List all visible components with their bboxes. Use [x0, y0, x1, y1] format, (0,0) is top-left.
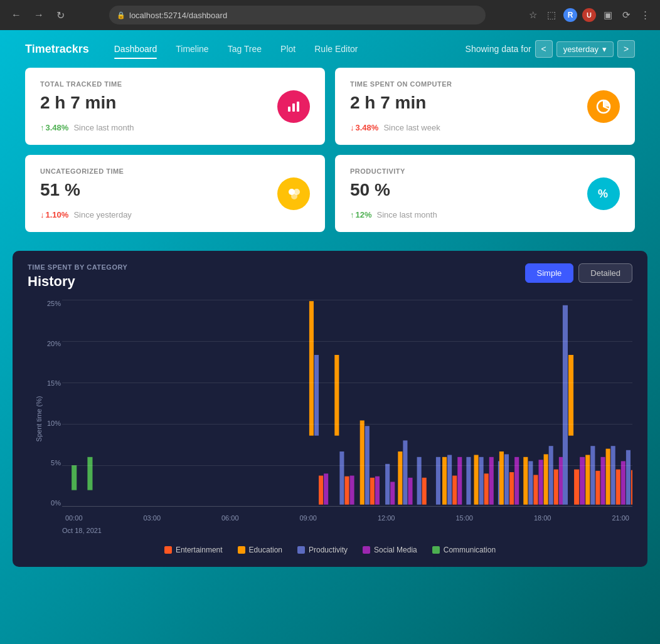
browser-chrome: ← → ↻ 🔒 localhost:52714/dashboard ☆ ⬚ R … — [0, 0, 660, 30]
screenshot-button[interactable]: ▣ — [601, 8, 615, 22]
svg-rect-31 — [436, 457, 440, 505]
card-total-tracked-value: 2 h 7 min — [40, 93, 310, 113]
gridline-0 — [62, 506, 632, 507]
trend-label: Since last month — [73, 123, 134, 132]
svg-rect-33 — [447, 455, 452, 505]
more-button[interactable]: ⋮ — [638, 8, 652, 22]
svg-rect-34 — [452, 476, 457, 505]
legend-entertainment: Entertainment — [164, 546, 223, 554]
arrow-up-2: ↑ — [350, 210, 354, 219]
y-label-10: 10% — [47, 420, 61, 427]
svg-rect-51 — [549, 446, 553, 505]
date-prev-button[interactable]: < — [535, 40, 553, 58]
legend-entertainment-label: Entertainment — [176, 546, 223, 554]
profile-icon[interactable]: R — [563, 8, 577, 22]
trend-up-icon: ↑ 3.48% — [40, 123, 68, 132]
svg-rect-15 — [324, 473, 328, 505]
back-button[interactable]: ← — [8, 7, 25, 23]
nav-timeline[interactable]: Timeline — [176, 41, 208, 56]
x-label-03: 03:00 — [143, 514, 161, 522]
nav-dashboard[interactable]: Dashboard — [114, 41, 157, 56]
svg-rect-59 — [590, 446, 595, 505]
svg-rect-0 — [288, 107, 290, 112]
simple-view-button[interactable]: Simple — [525, 263, 574, 283]
extensions-button[interactable]: ⬚ — [545, 8, 558, 22]
trend-value: 3.48% — [46, 123, 69, 132]
card-productivity-label: PRODUCTIVITY — [350, 167, 620, 175]
svg-rect-18 — [344, 477, 349, 505]
arrow-down: ↓ — [350, 123, 354, 132]
svg-rect-28 — [408, 478, 412, 505]
productivity-icon: % — [587, 177, 620, 210]
svg-text:%: % — [598, 187, 608, 200]
date-dropdown[interactable]: yesterday ▾ — [556, 41, 614, 57]
svg-rect-58 — [585, 455, 590, 505]
nav-tag-tree[interactable]: Tag Tree — [228, 41, 262, 56]
x-label-06: 06:00 — [221, 514, 239, 522]
legend-productivity-dot — [297, 546, 305, 554]
extensions2-button[interactable]: ⟳ — [620, 8, 633, 22]
time-computer-icon — [587, 90, 620, 123]
svg-rect-49 — [539, 460, 543, 505]
total-tracked-icon — [277, 90, 310, 123]
legend-education: Education — [238, 546, 282, 554]
card-productivity: PRODUCTIVITY 50 % ↑ 12% Since last month… — [335, 155, 635, 232]
svg-rect-54 — [563, 305, 568, 505]
svg-rect-60 — [595, 471, 600, 505]
x-label-21: 21:00 — [612, 514, 629, 522]
x-label-00: 00:00 — [65, 514, 83, 522]
legend-education-dot — [238, 546, 245, 554]
star-button[interactable]: ☆ — [526, 8, 540, 22]
svg-rect-30 — [422, 478, 427, 505]
forward-button[interactable]: → — [30, 7, 48, 23]
trend-value-2: 3.48% — [356, 123, 379, 132]
trend-value-3: 1.10% — [46, 210, 69, 219]
svg-rect-36 — [466, 457, 471, 505]
address-bar[interactable]: 🔒 localhost:52714/dashboard — [109, 6, 486, 24]
legend-social-label: Social Media — [374, 546, 417, 554]
date-next-button[interactable]: > — [617, 40, 635, 58]
chart-header: TIME SPENT BY CATEGORY History Simple De… — [28, 263, 632, 290]
nav-rule-editor[interactable]: Rule Editor — [314, 41, 358, 56]
chart-title-area: TIME SPENT BY CATEGORY History — [28, 263, 127, 290]
svg-rect-46 — [523, 457, 528, 505]
svg-rect-61 — [601, 457, 605, 505]
svg-rect-52 — [554, 470, 558, 505]
svg-rect-57 — [580, 457, 585, 505]
y-label-15: 15% — [47, 379, 61, 387]
card-productivity-footer: ↑ 12% Since last month — [350, 210, 620, 219]
svg-rect-67 — [631, 470, 632, 505]
svg-rect-17 — [339, 451, 344, 505]
reload-button[interactable]: ↻ — [53, 7, 68, 24]
svg-rect-37 — [474, 455, 479, 505]
gridline-5 — [62, 465, 632, 466]
ublock-icon[interactable]: U — [582, 8, 596, 22]
chart-plot-area — [62, 300, 632, 507]
svg-rect-10 — [72, 465, 77, 490]
x-label-15: 15:00 — [455, 514, 473, 522]
svg-rect-1 — [292, 103, 295, 112]
svg-rect-39 — [484, 473, 489, 505]
card-uncategorized: UNCATEGORIZED TIME 51 % ↓ 1.10% Since ye… — [25, 155, 325, 232]
card-time-computer-label: TIME SPENT ON COMPUTER — [350, 80, 620, 88]
trend-label-3: Since yesterday — [73, 210, 132, 219]
detailed-view-button[interactable]: Detailed — [578, 263, 632, 283]
trend-value-4: 12% — [356, 210, 372, 219]
svg-rect-63 — [611, 446, 615, 505]
card-productivity-value: 50 % — [350, 180, 620, 200]
svg-rect-48 — [533, 475, 538, 504]
nav-plot[interactable]: Plot — [280, 41, 295, 56]
nav-bar: Timetrackrs Dashboard Timeline Tag Tree … — [0, 30, 660, 68]
card-time-computer-value: 2 h 7 min — [350, 93, 620, 113]
svg-rect-29 — [417, 457, 422, 505]
svg-rect-19 — [350, 476, 354, 505]
card-uncategorized-footer: ↓ 1.10% Since yesterday — [40, 210, 310, 219]
lock-icon: 🔒 — [117, 11, 125, 19]
svg-rect-22 — [370, 478, 375, 505]
y-axis-title: Spent time (%) — [35, 396, 43, 442]
svg-rect-66 — [626, 450, 631, 505]
x-label-12: 12:00 — [378, 514, 395, 522]
bar-chart-svg — [62, 300, 632, 507]
arrow-down-2: ↓ — [40, 210, 45, 219]
svg-rect-43 — [504, 454, 509, 504]
